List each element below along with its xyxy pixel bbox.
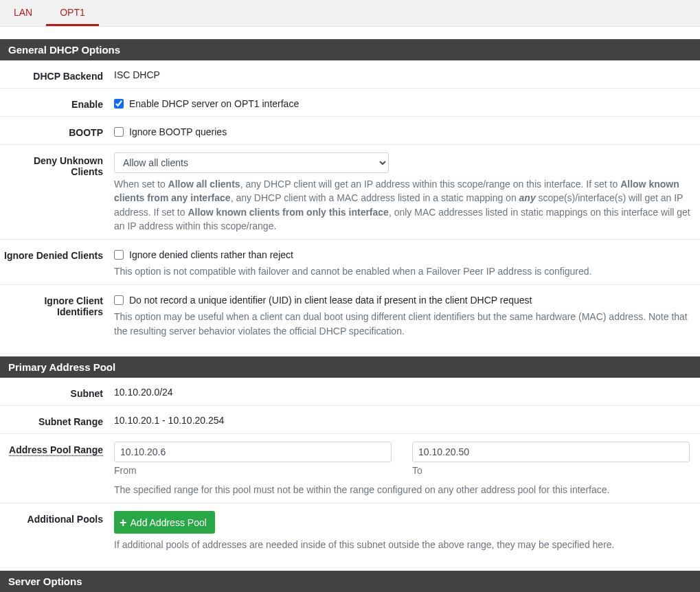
tab-opt1[interactable]: OPT1: [46, 0, 99, 26]
checkbox-ignore-denied[interactable]: [114, 250, 124, 260]
label-pool-range: Address Pool Range: [0, 440, 114, 455]
row-dhcp-backend: DHCP Backend ISC DHCP: [0, 60, 700, 89]
value-dhcp-backend: ISC DHCP: [114, 67, 700, 80]
panel-heading-general: General DHCP Options: [0, 39, 700, 60]
interface-tabs: LAN OPT1: [0, 0, 700, 27]
row-subnet: Subnet 10.10.20.0/24: [0, 378, 700, 406]
add-address-pool-button[interactable]: + Add Address Pool: [114, 511, 215, 534]
label-enable: Enable: [0, 95, 114, 110]
help-ignore-cid: This option may be useful when a client …: [114, 310, 692, 338]
row-deny-unknown: Deny Unknown Clients Allow all clients W…: [0, 145, 700, 240]
row-enable: Enable Enable DHCP server on OPT1 interf…: [0, 89, 700, 117]
checkbox-ignore-denied-label: Ignore denied clients rather than reject: [129, 249, 293, 260]
checkbox-bootp-label: Ignore BOOTP queries: [129, 126, 227, 137]
panel-server-options: Server Options WINS Servers DNS Servers: [0, 571, 700, 592]
row-subnet-range: Subnet Range 10.10.20.1 - 10.10.20.254: [0, 406, 700, 434]
label-ignore-cid: Ignore Client Identifiers: [0, 291, 114, 317]
row-pool-range: Address Pool Range From To The specified…: [0, 434, 700, 503]
checkbox-bootp[interactable]: [114, 127, 124, 137]
checkbox-ignore-cid-label: Do not record a unique identifier (UID) …: [129, 295, 532, 306]
checkbox-enable[interactable]: [114, 99, 124, 109]
help-pool-range: The specified range for this pool must n…: [114, 483, 692, 497]
row-ignore-denied: Ignore Denied Clients Ignore denied clie…: [0, 240, 700, 285]
panel-heading-pool: Primary Address Pool: [0, 356, 700, 378]
input-range-to[interactable]: [412, 442, 690, 462]
row-bootp: BOOTP Ignore BOOTP queries: [0, 117, 700, 145]
help-deny-unknown: When set to Allow all clients, any DHCP …: [114, 177, 692, 233]
plus-icon: +: [120, 518, 127, 527]
select-deny-unknown[interactable]: Allow all clients: [114, 152, 389, 173]
add-pool-button-label: Add Address Pool: [131, 517, 207, 528]
checkbox-ignore-cid[interactable]: [114, 295, 124, 305]
help-additional-pools: If additional pools of addresses are nee…: [114, 538, 692, 551]
row-additional-pools: Additional Pools + Add Address Pool If a…: [0, 503, 700, 558]
label-subnet: Subnet: [0, 384, 114, 399]
label-bootp: BOOTP: [0, 123, 114, 138]
input-range-from[interactable]: [114, 442, 392, 462]
tab-lan[interactable]: LAN: [0, 0, 46, 26]
row-ignore-cid: Ignore Client Identifiers Do not record …: [0, 285, 700, 344]
sublabel-to: To: [412, 465, 690, 476]
label-subnet-range: Subnet Range: [0, 412, 114, 427]
value-subnet: 10.10.20.0/24: [114, 384, 700, 398]
panel-general-dhcp: General DHCP Options DHCP Backend ISC DH…: [0, 39, 700, 344]
value-subnet-range: 10.10.20.1 - 10.10.20.254: [114, 412, 700, 426]
panel-primary-pool: Primary Address Pool Subnet 10.10.20.0/2…: [0, 356, 700, 558]
help-ignore-denied: This option is not compatible with failo…: [114, 264, 692, 278]
label-ignore-denied: Ignore Denied Clients: [0, 246, 114, 261]
label-deny-unknown: Deny Unknown Clients: [0, 151, 114, 177]
checkbox-enable-label: Enable DHCP server on OPT1 interface: [129, 98, 299, 109]
sublabel-from: From: [114, 465, 392, 476]
label-dhcp-backend: DHCP Backend: [0, 67, 114, 82]
label-additional-pools: Additional Pools: [0, 510, 114, 525]
panel-heading-server: Server Options: [0, 571, 700, 592]
